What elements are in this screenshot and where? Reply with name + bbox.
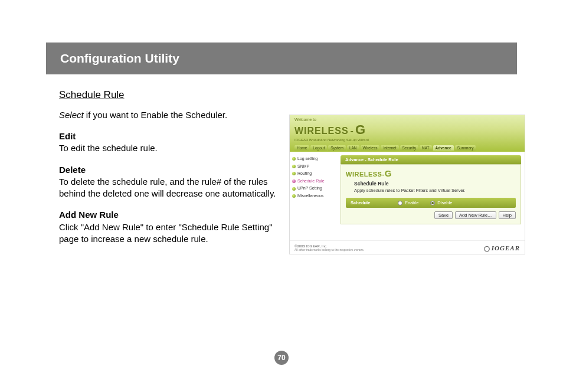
sidebar-label: SNMP <box>297 163 309 171</box>
delete-heading: Delete <box>59 164 277 176</box>
nav-advance[interactable]: Advance <box>433 145 454 151</box>
sidebar-label: Miscellaneous <box>297 192 323 200</box>
edit-block: Edit To edit the schedule rule. <box>59 130 277 155</box>
brand-main: WIRELESS <box>294 126 349 136</box>
section-title: Schedule Rule <box>59 89 277 102</box>
addnew-block: Add New Rule Click "Add New Rule" to ent… <box>59 209 277 245</box>
sidebar-label: Schedule Rule <box>297 178 325 185</box>
schedule-row: Schedule Enable Disable <box>346 198 516 208</box>
welcome-text: Welcome to <box>294 117 520 122</box>
addnew-body: Click "Add New Rule" to enter "Schedule … <box>59 221 277 246</box>
bullet-icon <box>292 194 296 198</box>
page-title: Configuration Utility <box>60 51 179 66</box>
bullet-icon <box>292 187 296 191</box>
panel-brand: WIRELESS-G <box>346 168 516 178</box>
edit-body: To edit the schedule rule. <box>59 142 277 154</box>
router-screenshot: Welcome to WIRELESS - G IOGEAR Broadband… <box>289 115 525 254</box>
shot-header: Welcome to WIRELESS - G IOGEAR Broadband… <box>290 115 525 152</box>
bullet-icon <box>292 165 296 168</box>
sidebar-item-routing[interactable]: Routing <box>292 170 338 178</box>
panel-brand-a: WIRELESS <box>346 171 382 178</box>
disable-label: Disable <box>437 200 452 205</box>
shot-body: Log setting SNMP Routing Schedule Rule U… <box>290 152 525 240</box>
footer-logo: IOGEAR <box>484 244 520 251</box>
bullet-icon <box>292 179 296 183</box>
left-column: Schedule Rule Select if you want to Enab… <box>59 89 277 254</box>
sidebar-item-snmp[interactable]: SNMP <box>292 163 338 171</box>
sidebar-label: Routing <box>297 170 312 178</box>
page-number: 70 <box>274 351 289 365</box>
intro-select: Select <box>59 110 84 120</box>
addnew-heading: Add New Rule <box>59 209 277 221</box>
intro-rest: if you want to Enable the Scheduler. <box>84 110 228 120</box>
button-row: Save Add New Rule… Help <box>346 208 516 220</box>
shot-footer: ©2003 IOGEAR, Inc. All other trademarks … <box>290 240 525 254</box>
panel-title: Schedule Rule <box>354 181 516 187</box>
main-panel: Advance - Schedule Rule WIRELESS-G Sched… <box>341 152 525 240</box>
brand-subtitle: IOGEAR Broadband Networking Set-up Wizar… <box>294 138 520 142</box>
brand-dash: - <box>351 126 353 136</box>
nav-home[interactable]: Home <box>294 145 309 151</box>
footer-trademark: All other trademarks belong to the respe… <box>294 248 364 251</box>
sidebar-item-schedule-rule[interactable]: Schedule Rule <box>292 178 338 185</box>
radio-icon <box>398 201 402 205</box>
enable-label: Enable <box>405 200 418 205</box>
save-button[interactable]: Save <box>434 211 453 219</box>
nav-lan[interactable]: LAN <box>347 145 359 151</box>
disable-radio[interactable]: Disable <box>430 200 452 205</box>
nav-system[interactable]: System <box>328 145 346 151</box>
sidebar-item-log[interactable]: Log setting <box>292 155 338 163</box>
bullet-icon <box>292 172 296 175</box>
content-panel: WIRELESS-G Schedule Rule Apply schedule … <box>341 164 521 224</box>
panel-description: Apply schedule rules to Packet Filters a… <box>354 188 516 193</box>
sidebar-item-upnp[interactable]: UPnP Setting <box>292 185 338 192</box>
top-nav: Home Logout System LAN Wireless Internet… <box>294 145 520 151</box>
panel-brand-g: G <box>385 168 392 178</box>
add-new-rule-button[interactable]: Add New Rule… <box>455 211 496 219</box>
nav-summary[interactable]: Summary <box>455 145 476 151</box>
nav-logout[interactable]: Logout <box>310 145 327 151</box>
header-band: Configuration Utility <box>46 43 517 74</box>
brand-g: G <box>355 122 365 138</box>
enable-radio[interactable]: Enable <box>398 200 418 205</box>
intro-paragraph: Select if you want to Enable the Schedul… <box>59 109 277 121</box>
nav-internet[interactable]: Internet <box>381 145 398 151</box>
nav-security[interactable]: Security <box>400 145 418 151</box>
sidebar-label: Log setting <box>297 155 317 163</box>
sidebar-label: UPnP Setting <box>297 185 322 192</box>
delete-block: Delete To delete the schedule rule, and … <box>59 164 277 200</box>
schedule-label: Schedule <box>351 200 386 205</box>
radio-icon <box>430 201 435 205</box>
footer-left: ©2003 IOGEAR, Inc. All other trademarks … <box>294 244 364 251</box>
brand-row: WIRELESS - G <box>294 122 520 138</box>
sidebar-item-misc[interactable]: Miscellaneous <box>292 192 338 200</box>
sidebar: Log setting SNMP Routing Schedule Rule U… <box>290 152 341 240</box>
breadcrumb: Advance - Schedule Rule <box>341 155 521 164</box>
nav-nat[interactable]: NAT <box>420 145 432 151</box>
bullet-icon <box>292 157 296 161</box>
edit-heading: Edit <box>59 130 277 142</box>
help-button[interactable]: Help <box>499 211 516 219</box>
delete-body: To delete the schedule rule, and the rul… <box>59 176 277 200</box>
nav-wireless[interactable]: Wireless <box>361 145 380 151</box>
